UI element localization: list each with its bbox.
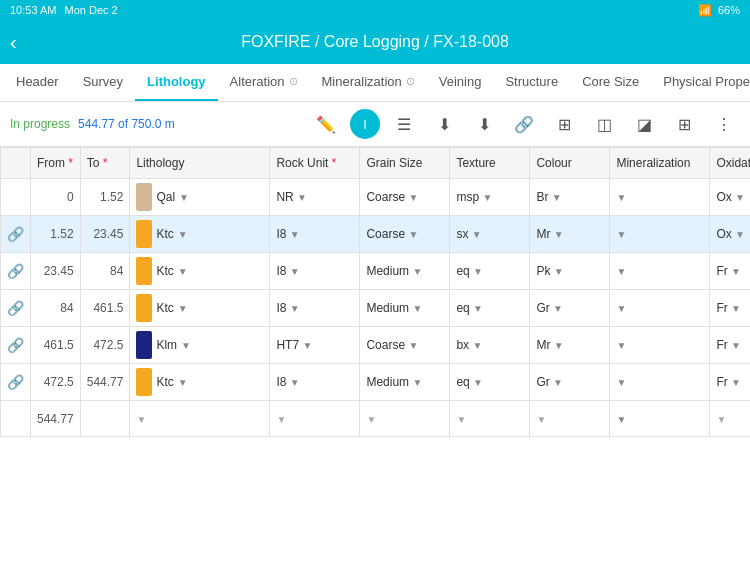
lith-dropdown-arrow[interactable]: ▼	[136, 414, 146, 425]
row-oxidation[interactable]: Fr ▼	[710, 253, 750, 290]
oxidation-arrow[interactable]: ▼	[735, 192, 745, 203]
rockunit-arrow[interactable]: ▼	[290, 266, 300, 277]
col-header-lithology[interactable]: Lithology	[130, 148, 270, 179]
grainsize-arrow[interactable]: ▼	[412, 377, 422, 388]
col-right-button[interactable]: ◪	[628, 108, 660, 140]
oxidation-arrow[interactable]: ▼	[731, 303, 741, 314]
row-oxidation[interactable]: Fr ▼	[710, 327, 750, 364]
col-header-texture[interactable]: Texture	[450, 148, 530, 179]
colour-arrow[interactable]: ▼	[554, 229, 564, 240]
row-oxidation[interactable]: Fr ▼	[710, 364, 750, 401]
mineralization-arrow[interactable]: ▼	[616, 229, 626, 240]
row-grainsize[interactable]: Coarse ▼	[360, 327, 450, 364]
row-mineralization[interactable]: ▼	[610, 327, 710, 364]
row-rockunit[interactable]: I8 ▼	[270, 216, 360, 253]
row-texture[interactable]: bx ▼	[450, 327, 530, 364]
lith-dropdown-arrow[interactable]: ▼	[179, 192, 189, 203]
row-mineralization[interactable]: ▼	[610, 364, 710, 401]
row-oxidation[interactable]: Ox ▼	[710, 179, 750, 216]
tab-physicalprops[interactable]: Physical Properties	[651, 64, 750, 101]
tab-lithology[interactable]: Lithology	[135, 64, 218, 101]
col-header-oxidation[interactable]: Oxidation *	[710, 148, 750, 179]
row-rockunit[interactable]: I8 ▼	[270, 253, 360, 290]
texture-arrow[interactable]: ▼	[482, 192, 492, 203]
grainsize-arrow[interactable]: ▼	[408, 192, 418, 203]
row-mineralization[interactable]: ▼	[610, 290, 710, 327]
row-lithology[interactable]: Ktc ▼	[130, 253, 270, 290]
table-row[interactable]: 🔗1.5223.45 Ktc ▼ I8 ▼Coarse ▼sx ▼Mr ▼▼Ox…	[1, 216, 751, 253]
mineralization-arrow[interactable]: ▼	[616, 414, 626, 425]
row-grainsize[interactable]: Coarse ▼	[360, 216, 450, 253]
table-button[interactable]: ⊞	[668, 108, 700, 140]
row-mineralization[interactable]: ▼	[610, 401, 710, 437]
row-lithology[interactable]: Klm ▼	[130, 327, 270, 364]
rockunit-arrow[interactable]: ▼	[302, 340, 312, 351]
columns-button[interactable]: ⊞	[548, 108, 580, 140]
table-row[interactable]: 🔗472.5544.77 Ktc ▼ I8 ▼Medium ▼eq ▼Gr ▼▼…	[1, 364, 751, 401]
row-rockunit[interactable]: NR ▼	[270, 179, 360, 216]
row-grainsize[interactable]: Medium ▼	[360, 364, 450, 401]
row-texture[interactable]: sx ▼	[450, 216, 530, 253]
row-colour[interactable]: Gr ▼	[530, 364, 610, 401]
oxidation-arrow[interactable]: ▼	[731, 377, 741, 388]
row-lithology[interactable]: Qal ▼	[130, 179, 270, 216]
more-button[interactable]: ⋮	[708, 108, 740, 140]
row-colour[interactable]: Gr ▼	[530, 290, 610, 327]
row-texture[interactable]: ▼	[450, 401, 530, 437]
row-mineralization[interactable]: ▼	[610, 253, 710, 290]
row-lithology[interactable]: ▼	[130, 401, 270, 437]
mineralization-arrow[interactable]: ▼	[616, 303, 626, 314]
rockunit-arrow[interactable]: ▼	[297, 192, 307, 203]
lith-dropdown-arrow[interactable]: ▼	[178, 266, 188, 277]
row-grainsize[interactable]: ▼	[360, 401, 450, 437]
row-mineralization[interactable]: ▼	[610, 179, 710, 216]
mineralization-arrow[interactable]: ▼	[616, 377, 626, 388]
tab-structure[interactable]: Structure	[493, 64, 570, 101]
colour-arrow[interactable]: ▼	[536, 414, 546, 425]
row-rockunit[interactable]: HT7 ▼	[270, 327, 360, 364]
colour-arrow[interactable]: ▼	[554, 266, 564, 277]
grainsize-arrow[interactable]: ▼	[366, 414, 376, 425]
rockunit-arrow[interactable]: ▼	[276, 414, 286, 425]
row-oxidation[interactable]: ▼	[710, 401, 750, 437]
grainsize-arrow[interactable]: ▼	[412, 303, 422, 314]
lith-dropdown-arrow[interactable]: ▼	[178, 303, 188, 314]
row-rockunit[interactable]: ▼	[270, 401, 360, 437]
row-texture[interactable]: msp ▼	[450, 179, 530, 216]
texture-arrow[interactable]: ▼	[473, 377, 483, 388]
row-oxidation[interactable]: Fr ▼	[710, 290, 750, 327]
table-row[interactable]: 🔗461.5472.5 Klm ▼ HT7 ▼Coarse ▼bx ▼Mr ▼▼…	[1, 327, 751, 364]
oxidation-arrow[interactable]: ▼	[735, 229, 745, 240]
grainsize-arrow[interactable]: ▼	[412, 266, 422, 277]
lith-dropdown-arrow[interactable]: ▼	[181, 340, 191, 351]
mineralization-arrow[interactable]: ▼	[616, 340, 626, 351]
table-row[interactable]: 🔗23.4584 Ktc ▼ I8 ▼Medium ▼eq ▼Pk ▼▼Fr ▼	[1, 253, 751, 290]
rockunit-arrow[interactable]: ▼	[290, 377, 300, 388]
colour-arrow[interactable]: ▼	[553, 377, 563, 388]
row-colour[interactable]: Br ▼	[530, 179, 610, 216]
row-rockunit[interactable]: I8 ▼	[270, 364, 360, 401]
row-rockunit[interactable]: I8 ▼	[270, 290, 360, 327]
back-button[interactable]: ‹	[10, 31, 17, 54]
colour-arrow[interactable]: ▼	[552, 192, 562, 203]
row-grainsize[interactable]: Medium ▼	[360, 290, 450, 327]
texture-arrow[interactable]: ▼	[472, 229, 482, 240]
colour-arrow[interactable]: ▼	[554, 340, 564, 351]
table-row[interactable]: 🔗84461.5 Ktc ▼ I8 ▼Medium ▼eq ▼Gr ▼▼Fr ▼	[1, 290, 751, 327]
col-header-from[interactable]: From *	[31, 148, 81, 179]
rockunit-arrow[interactable]: ▼	[290, 229, 300, 240]
tab-coresize[interactable]: Core Size	[570, 64, 651, 101]
row-colour[interactable]: Mr ▼	[530, 327, 610, 364]
tab-mineralization[interactable]: Mineralization ⊙	[310, 64, 427, 101]
table-row[interactable]: 01.52 Qal ▼ NR ▼Coarse ▼msp ▼Br ▼▼Ox ▼	[1, 179, 751, 216]
pencil-button[interactable]: ✏️	[310, 108, 342, 140]
mineralization-arrow[interactable]: ▼	[616, 266, 626, 277]
row-texture[interactable]: eq ▼	[450, 253, 530, 290]
lith-dropdown-arrow[interactable]: ▼	[178, 229, 188, 240]
row-lithology[interactable]: Ktc ▼	[130, 216, 270, 253]
col-header-rockunit[interactable]: Rock Unit *	[270, 148, 360, 179]
download-button[interactable]: ⬇	[468, 108, 500, 140]
row-colour[interactable]: Pk ▼	[530, 253, 610, 290]
row-lithology[interactable]: Ktc ▼	[130, 364, 270, 401]
texture-arrow[interactable]: ▼	[456, 414, 466, 425]
